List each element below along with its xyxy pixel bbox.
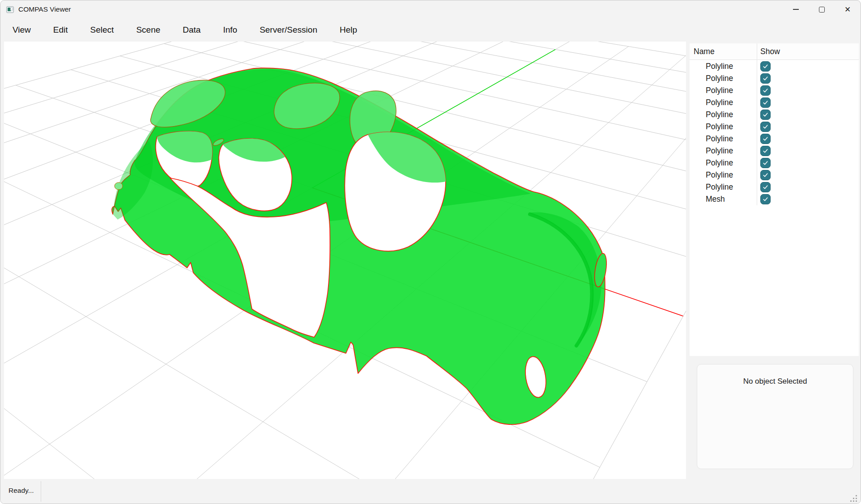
status-separator — [41, 481, 41, 502]
tree-row-label: Polyline — [706, 86, 733, 95]
titlebar[interactable]: COMPAS Viewer ✕ — [0, 0, 861, 18]
tree-row-label: Polyline — [706, 74, 733, 83]
tree-row-polyline[interactable]: Polyline — [690, 181, 859, 193]
column-header-name: Name — [694, 47, 715, 56]
menu-item-select[interactable]: Select — [90, 25, 114, 35]
show-checkbox[interactable] — [760, 158, 771, 168]
tree-row-polyline[interactable]: Polyline — [690, 169, 859, 181]
maximize-icon — [819, 7, 825, 13]
no-selection-message: No object Selected — [697, 377, 853, 386]
tree-row-label: Polyline — [706, 182, 733, 192]
tree-row-label: Polyline — [706, 134, 733, 144]
tree-row-polyline[interactable]: Polyline — [690, 72, 859, 85]
statusbar: Ready... — [0, 479, 861, 504]
menu-item-help[interactable]: Help — [340, 25, 357, 35]
show-checkbox[interactable] — [760, 170, 771, 180]
window-title: COMPAS Viewer — [18, 5, 71, 13]
show-checkbox[interactable] — [760, 146, 771, 156]
tree-row-label: Polyline — [706, 62, 733, 71]
show-checkbox[interactable] — [760, 73, 771, 84]
tree-row-polyline[interactable]: Polyline — [690, 97, 859, 109]
tree-row-polyline[interactable]: Polyline — [690, 121, 859, 133]
tree-row-polyline[interactable]: Polyline — [690, 157, 859, 169]
menu-item-edit[interactable]: Edit — [53, 25, 68, 35]
show-checkbox[interactable] — [760, 97, 771, 108]
tree-row-label: Polyline — [706, 122, 733, 131]
tree-row-polyline[interactable]: Polyline — [690, 145, 859, 157]
maximize-button[interactable] — [809, 0, 835, 18]
tree-row-label: Polyline — [706, 170, 733, 180]
show-checkbox[interactable] — [760, 182, 771, 192]
tree-row-label: Polyline — [706, 98, 733, 107]
status-message: Ready... — [9, 487, 34, 495]
scene-tree-header: Name Show — [690, 43, 859, 60]
menu-item-info[interactable]: Info — [223, 25, 237, 35]
column-header-show: Show — [760, 47, 780, 56]
tree-row-polyline[interactable]: Polyline — [690, 109, 859, 121]
show-checkbox[interactable] — [760, 194, 771, 204]
tree-row-polyline[interactable]: Polyline — [690, 60, 859, 72]
close-button[interactable]: ✕ — [835, 0, 861, 18]
scene-canvas[interactable] — [4, 42, 686, 479]
resize-grip-icon[interactable] — [848, 493, 857, 502]
tree-row-label: Polyline — [706, 158, 733, 168]
menu-item-data[interactable]: Data — [183, 25, 200, 35]
menu-item-scene[interactable]: Scene — [136, 25, 160, 35]
tree-row-label: Polyline — [706, 110, 733, 119]
menu-item-server-session[interactable]: Server/Session — [260, 25, 317, 35]
minimize-icon — [793, 9, 799, 10]
show-checkbox[interactable] — [760, 122, 771, 132]
tree-row-polyline[interactable]: Polyline — [690, 85, 859, 97]
tree-row-mesh[interactable]: Mesh — [690, 193, 859, 205]
tree-row-label: Mesh — [706, 195, 725, 204]
menubar: ViewEditSelectSceneDataInfoServer/Sessio… — [0, 18, 861, 42]
app-icon — [6, 6, 14, 13]
show-checkbox[interactable] — [760, 85, 771, 96]
close-icon: ✕ — [844, 6, 851, 13]
app-window: COMPAS Viewer ✕ ViewEditSelectSceneDataI… — [0, 0, 861, 504]
mesh-car-body — [112, 68, 609, 424]
show-checkbox[interactable] — [760, 61, 771, 72]
show-checkbox[interactable] — [760, 110, 771, 120]
tree-row-polyline[interactable]: Polyline — [690, 133, 859, 145]
scene-tree-panel: Name Show PolylinePolylinePolylinePolyli… — [690, 43, 859, 356]
viewport-3d[interactable] — [4, 42, 686, 479]
show-checkbox[interactable] — [760, 134, 771, 144]
menu-item-view[interactable]: View — [13, 25, 31, 35]
object-info-panel: No object Selected — [697, 364, 853, 469]
tree-row-label: Polyline — [706, 146, 733, 156]
minimize-button[interactable] — [783, 0, 809, 18]
car-fender-hole — [115, 182, 123, 190]
